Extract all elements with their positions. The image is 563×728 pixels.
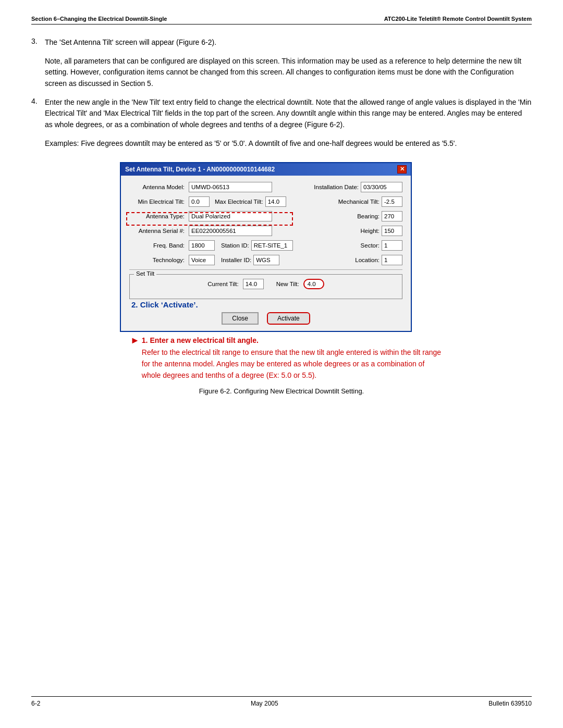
technology-input[interactable]	[189, 255, 215, 265]
tilt-range-row: Min Electrical Tilt: Max Electrical Tilt…	[129, 196, 402, 207]
screenshot-container: Set Antenna Tilt, Device 1 - AN000000000…	[31, 162, 532, 404]
page-footer: 6-2 May 2005 Bulletin 639510	[31, 696, 532, 707]
station-id-input[interactable]	[251, 240, 293, 251]
annotation1-body: Refer to the electrical tilt range to en…	[142, 347, 443, 381]
location-label: Location:	[355, 257, 380, 263]
dialog-body: Antenna Model: Installation Date: Min El…	[121, 176, 411, 331]
footer-left: 6-2	[31, 700, 40, 707]
page-header: Section 6–Changing the Electrical Downti…	[31, 16, 532, 24]
step-3-number: 3.	[31, 37, 41, 48]
installation-date-group: Installation Date:	[314, 182, 402, 192]
min-electrical-tilt-label: Min Electrical Tilt:	[129, 199, 187, 205]
note-paragraph: Note, all parameters that can be configu…	[45, 56, 532, 90]
max-electrical-tilt-input[interactable]	[265, 196, 286, 207]
footer-center: May 2005	[251, 700, 278, 707]
freq-band-label: Freq. Band:	[129, 242, 187, 249]
min-electrical-tilt-input[interactable]	[189, 196, 210, 207]
dialog-divider	[129, 269, 402, 270]
antenna-type-label: Antenna Type:	[129, 213, 187, 219]
antenna-model-input[interactable]	[189, 182, 272, 192]
dialog-outer: Set Antenna Tilt, Device 1 - AN000000000…	[120, 162, 412, 332]
freq-band-input[interactable]	[189, 240, 215, 251]
max-electrical-tilt-label: Max Electrical Tilt:	[215, 199, 263, 205]
installer-id-input[interactable]	[253, 255, 279, 265]
annotation1-container: ► 1. Enter a new electrical tilt angle. …	[130, 335, 443, 382]
activate-button[interactable]: Activate	[267, 312, 310, 325]
location-input[interactable]	[382, 255, 402, 265]
header-right: ATC200-Lite Teletilt® Remote Control Dow…	[384, 16, 532, 22]
tilt-values-row: Current Tilt: New Tilt:	[136, 279, 396, 289]
current-tilt-input[interactable]	[243, 279, 264, 289]
location-group: Location:	[355, 255, 402, 265]
figure-caption: Figure 6-2. Configuring New Electrical D…	[120, 387, 443, 395]
antenna-serial-input[interactable]	[189, 226, 272, 236]
antenna-serial-label: Antenna Serial #:	[129, 228, 187, 234]
dialog-buttons: Close Activate	[129, 312, 402, 325]
mechanical-tilt-group: Mechanical Tilt:	[338, 196, 402, 207]
sector-input[interactable]	[382, 240, 402, 251]
current-tilt-label: Current Tilt:	[207, 281, 238, 287]
antenna-model-row: Antenna Model: Installation Date:	[129, 182, 402, 192]
antenna-type-row: Antenna Type: Bearing:	[129, 211, 402, 221]
dialog-titlebar: Set Antenna Tilt, Device 1 - AN000000000…	[121, 163, 411, 176]
technology-label: Technology:	[129, 257, 187, 263]
step-3: 3. The 'Set Antenna Tilt' screen will ap…	[31, 37, 532, 48]
antenna-type-input[interactable]	[189, 211, 272, 221]
bearing-label: Bearing:	[357, 213, 380, 219]
annotation-wrapper: Set Antenna Tilt, Device 1 - AN000000000…	[120, 162, 443, 404]
step-4: 4. Enter the new angle in the 'New Tilt'…	[31, 97, 532, 131]
sector-label: Sector:	[361, 242, 380, 249]
bearing-input[interactable]	[382, 211, 402, 221]
annotation1-block: 1. Enter a new electrical tilt angle. Re…	[142, 335, 443, 382]
installation-date-label: Installation Date:	[314, 184, 359, 190]
click-activate-label: 2. Click ‘Activate’.	[131, 300, 402, 309]
installer-id-label: Installer ID:	[221, 257, 251, 263]
station-id-label: Station ID:	[221, 242, 249, 249]
header-left: Section 6–Changing the Electrical Downti…	[31, 16, 167, 22]
height-label: Height:	[361, 228, 380, 234]
step-4-text: Enter the new angle in the 'New Tilt' te…	[45, 97, 532, 131]
antenna-serial-row: Antenna Serial #: Height:	[129, 226, 402, 236]
technology-row: Technology: Installer ID: Location:	[129, 255, 402, 265]
dialog-close-button[interactable]: ✕	[397, 165, 407, 174]
dialog-title: Set Antenna Tilt, Device 1 - AN000000000…	[125, 166, 275, 173]
annotation1-heading: 1. Enter a new electrical tilt angle.	[142, 335, 443, 347]
examples-paragraph: Examples: Five degrees downtilt may be e…	[45, 138, 532, 150]
footer-right: Bulletin 639510	[488, 700, 532, 707]
height-group: Height:	[361, 226, 402, 236]
set-tilt-legend: Set Tilt	[134, 270, 156, 277]
arrow-left-icon: ►	[130, 335, 140, 346]
height-input[interactable]	[382, 226, 402, 236]
freq-band-row: Freq. Band: Station ID: Sector:	[129, 240, 402, 251]
new-tilt-input[interactable]	[303, 279, 324, 289]
step-4-number: 4.	[31, 97, 41, 131]
antenna-model-label: Antenna Model:	[129, 184, 187, 190]
page: Section 6–Changing the Electrical Downti…	[0, 0, 563, 728]
close-button[interactable]: Close	[222, 312, 259, 325]
dialog-window: Set Antenna Tilt, Device 1 - AN000000000…	[120, 162, 412, 332]
new-tilt-label: New Tilt:	[276, 281, 299, 287]
sector-group: Sector:	[361, 240, 402, 251]
step-3-text: The 'Set Antenna Tilt' screen will appea…	[45, 37, 532, 48]
set-tilt-group: Set Tilt Current Tilt: New Tilt:	[129, 274, 402, 299]
installation-date-input[interactable]	[361, 182, 402, 192]
bearing-group: Bearing:	[357, 211, 402, 221]
mechanical-tilt-label: Mechanical Tilt:	[338, 199, 380, 205]
mechanical-tilt-input[interactable]	[382, 196, 402, 207]
